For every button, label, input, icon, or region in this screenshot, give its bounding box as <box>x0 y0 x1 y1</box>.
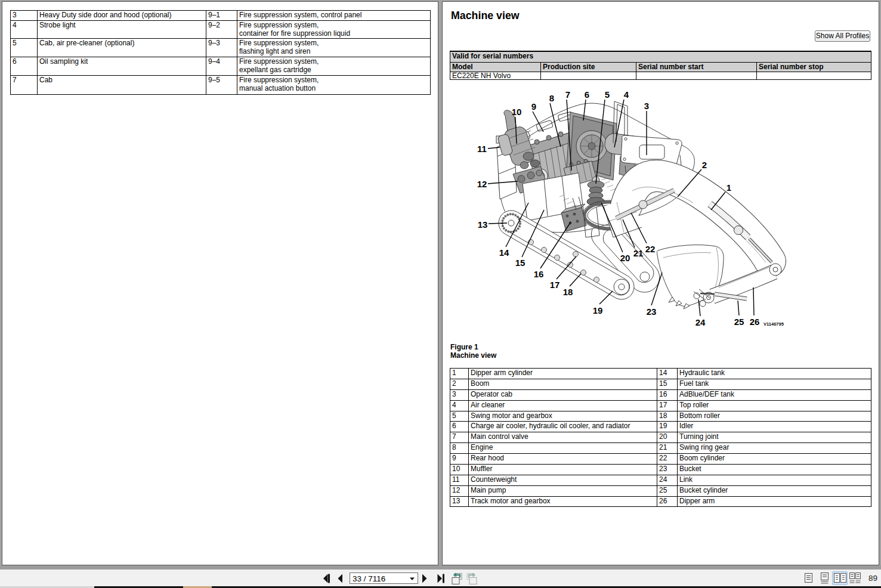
svg-text:19: 19 <box>593 305 603 315</box>
svg-text:6: 6 <box>585 89 589 100</box>
svg-text:15: 15 <box>515 258 525 268</box>
svg-text:7: 7 <box>565 89 570 100</box>
svg-text:12: 12 <box>477 179 487 189</box>
svg-text:18: 18 <box>563 287 573 297</box>
svg-text:13: 13 <box>478 219 488 230</box>
svg-text:33 / 7116: 33 / 7116 <box>353 574 385 583</box>
svg-text:20: 20 <box>620 253 630 263</box>
svg-text:26: 26 <box>750 317 760 327</box>
svg-text:22: 22 <box>645 244 656 254</box>
svg-text:1: 1 <box>727 182 731 193</box>
svg-text:3: 3 <box>644 101 649 111</box>
svg-text:17: 17 <box>550 280 560 290</box>
svg-text:9: 9 <box>531 101 536 112</box>
svg-text:21: 21 <box>633 248 644 258</box>
svg-text:89: 89 <box>868 574 877 583</box>
svg-text:4: 4 <box>624 89 629 100</box>
svg-text:11: 11 <box>477 144 487 154</box>
svg-text:5: 5 <box>605 89 610 100</box>
svg-text:2: 2 <box>702 160 707 170</box>
svg-text:23: 23 <box>647 307 657 317</box>
svg-text:8: 8 <box>549 93 554 103</box>
svg-text:10: 10 <box>512 107 522 117</box>
svg-text:25: 25 <box>734 317 744 327</box>
svg-text:24: 24 <box>695 317 706 327</box>
svg-text:14: 14 <box>499 247 509 258</box>
svg-text:V1140795: V1140795 <box>763 321 784 327</box>
svg-text:16: 16 <box>534 269 544 279</box>
